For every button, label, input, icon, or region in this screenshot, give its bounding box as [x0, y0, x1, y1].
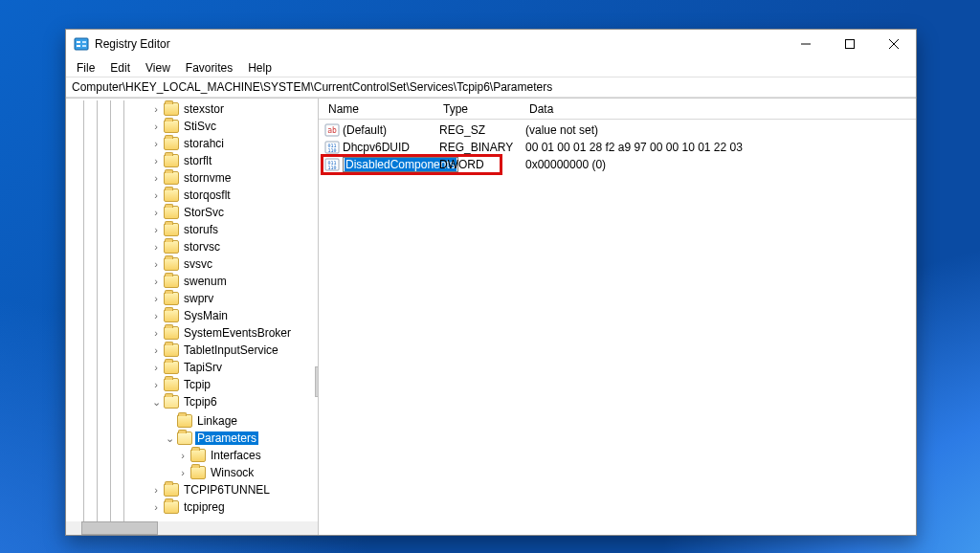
tree-node[interactable]: ›stornvme [150, 169, 318, 187]
expand-icon[interactable]: › [150, 103, 162, 115]
column-name[interactable]: Name [324, 102, 439, 116]
tree-node-label[interactable]: Linkage [195, 414, 239, 428]
tree-node-label[interactable]: TabletInputService [182, 343, 280, 357]
expand-icon[interactable]: › [177, 467, 189, 478]
expand-icon[interactable]: › [150, 379, 162, 390]
tree-node-label[interactable]: StorSvc [182, 206, 226, 219]
regedit-icon [74, 36, 89, 52]
tree-node-label[interactable]: storvsc [182, 240, 222, 254]
expand-icon[interactable]: › [150, 362, 162, 373]
tree-node-label[interactable]: Tcpip6 [182, 395, 219, 409]
tree-node[interactable]: ›stexstor [150, 100, 318, 118]
tree-node[interactable]: ›StiSvc [150, 118, 318, 135]
tree-node[interactable]: ›svsvc [150, 255, 318, 273]
expand-icon[interactable]: › [150, 224, 162, 235]
tree-node[interactable]: ›storahci [150, 135, 318, 152]
titlebar[interactable]: Registry Editor [66, 30, 916, 58]
tree-pane[interactable]: ›stexstor›StiSvc›storahci›storflt›stornv… [66, 99, 319, 535]
minimize-button[interactable] [784, 30, 828, 58]
horizontal-scrollbar[interactable] [66, 521, 318, 535]
tree-node[interactable]: ⌄Tcpip6 [150, 393, 318, 410]
expand-icon[interactable]: › [150, 241, 162, 253]
expand-icon[interactable]: › [150, 276, 162, 287]
expand-icon[interactable]: › [150, 121, 162, 132]
tree-node[interactable]: ›Interfaces [177, 447, 318, 464]
tree-node[interactable]: ›tcpipreg [150, 498, 318, 516]
expand-icon[interactable]: › [150, 138, 162, 149]
tree-node-label[interactable]: stornvme [182, 171, 233, 185]
tree-node[interactable]: ›SystemEventsBroker [150, 324, 318, 342]
tree-node-label[interactable]: storufs [182, 223, 220, 236]
close-button[interactable] [872, 30, 916, 58]
value-type: DWORD [439, 158, 525, 171]
tree-node-label[interactable]: StiSvc [182, 120, 218, 133]
tree-node-label[interactable]: SystemEventsBroker [182, 326, 293, 340]
tree-node[interactable]: ›storvsc [150, 238, 318, 255]
value-row[interactable]: ab(Default)REG_SZ(value not set) [319, 122, 916, 139]
expand-icon[interactable]: › [150, 172, 162, 184]
expand-icon[interactable]: › [150, 155, 162, 166]
tree-node[interactable]: ⌄Parameters [164, 430, 318, 447]
tree-node-label[interactable]: Interfaces [209, 449, 263, 462]
menu-file[interactable]: File [70, 59, 101, 77]
tree-node[interactable]: ›storflt [150, 152, 318, 169]
column-headers[interactable]: Name Type Data [319, 99, 916, 120]
tree-node-label[interactable]: storahci [182, 137, 226, 150]
value-row[interactable]: 011110DisabledComponentsDWORD0x00000000 … [319, 156, 916, 173]
svg-rect-4 [82, 45, 86, 47]
expand-icon[interactable]: › [150, 484, 162, 496]
value-name[interactable]: (Default) [343, 123, 439, 137]
tree-node[interactable]: ›SysMain [150, 307, 318, 324]
tree-node[interactable]: Linkage [164, 412, 318, 430]
expand-icon[interactable]: › [150, 189, 162, 201]
tree-node-label[interactable]: svsvc [182, 257, 214, 271]
menu-help[interactable]: Help [241, 59, 278, 77]
tree-node-label[interactable]: swprv [182, 292, 215, 305]
svg-text:110: 110 [327, 165, 336, 170]
values-pane[interactable]: Name Type Data ab(Default)REG_SZ(value n… [319, 99, 916, 535]
expand-icon[interactable]: › [150, 258, 162, 270]
tree-node[interactable]: ›Tcpip [150, 376, 318, 393]
tree-node-label[interactable]: storflt [182, 154, 213, 167]
menu-favorites[interactable]: Favorites [179, 59, 239, 77]
tree-node-label[interactable]: tcpipreg [182, 500, 227, 514]
tree-node-label[interactable]: Winsock [209, 466, 256, 479]
expand-icon[interactable]: › [150, 207, 162, 218]
tree-node[interactable]: ›storqosflt [150, 187, 318, 204]
tree-node[interactable]: ›swenum [150, 273, 318, 290]
tree-node[interactable]: ›storufs [150, 221, 318, 238]
expand-icon[interactable]: › [150, 344, 162, 356]
expand-icon[interactable]: › [150, 293, 162, 304]
tree-node-label[interactable]: Tcpip [182, 378, 212, 391]
tree-node-label[interactable]: SysMain [182, 309, 230, 322]
tree-node[interactable]: ›StorSvc [150, 204, 318, 221]
binary-value-icon: 011110 [324, 157, 340, 172]
tree-node-label[interactable]: Parameters [195, 431, 258, 445]
tree-node[interactable]: ›TabletInputService [150, 342, 318, 359]
expand-icon[interactable]: › [150, 327, 162, 339]
collapse-icon[interactable]: ⌄ [150, 396, 162, 409]
tree-node-label[interactable]: stexstor [182, 102, 226, 116]
value-row[interactable]: 011110Dhcpv6DUIDREG_BINARY00 01 00 01 28… [319, 139, 916, 156]
expand-icon[interactable]: › [150, 501, 162, 513]
tree-node-label[interactable]: storqosflt [182, 188, 233, 202]
column-type[interactable]: Type [439, 102, 525, 116]
expand-icon[interactable]: › [177, 450, 189, 461]
tree-node[interactable]: ›Winsock [177, 464, 318, 481]
address-bar[interactable]: Computer\HKEY_LOCAL_MACHINE\SYSTEM\Curre… [66, 77, 916, 98]
column-data[interactable]: Data [525, 102, 916, 116]
folder-icon [164, 309, 179, 322]
value-name[interactable]: Dhcpv6DUID [343, 141, 439, 154]
tree-node[interactable]: ›swprv [150, 290, 318, 307]
maximize-button[interactable] [828, 30, 872, 58]
tree-node[interactable]: ›TapiSrv [150, 359, 318, 376]
tree-node-label[interactable]: TCPIP6TUNNEL [182, 483, 272, 497]
tree-node-label[interactable]: TapiSrv [182, 361, 224, 374]
collapse-icon[interactable]: ⌄ [164, 432, 175, 445]
expand-icon[interactable]: › [150, 310, 162, 321]
menu-edit[interactable]: Edit [103, 59, 137, 77]
tree-node-label[interactable]: swenum [182, 275, 229, 288]
tree-node[interactable]: ›TCPIP6TUNNEL [150, 481, 318, 498]
menu-view[interactable]: View [139, 59, 177, 77]
scrollbar-thumb[interactable] [81, 521, 158, 535]
